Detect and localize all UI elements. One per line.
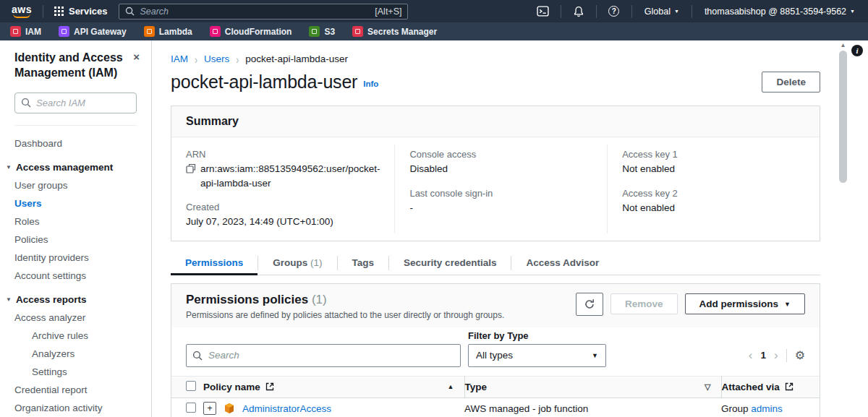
attached-via-header[interactable]: Attached via [722, 382, 780, 392]
favorite-api-gateway[interactable]: API Gateway [59, 26, 127, 37]
global-search-input[interactable] [140, 7, 370, 17]
cloudshell-button[interactable] [532, 5, 554, 17]
console-access-label: Console access [409, 149, 592, 160]
tab-access-advisor[interactable]: Access Advisor [511, 252, 613, 275]
expand-row-button[interactable]: + [203, 402, 216, 415]
sidebar-item-organization-activity[interactable]: Organization activity [0, 399, 151, 417]
favorite-label: CloudFormation [225, 27, 292, 37]
favorite-label: IAM [25, 27, 41, 37]
region-selector[interactable]: Global ▼ [639, 7, 685, 17]
cloudformation-service-icon [210, 26, 221, 37]
sidebar-item-identity-providers[interactable]: Identity providers [0, 249, 151, 267]
policy-search-input[interactable] [186, 344, 461, 367]
table-settings-button[interactable]: ⚙ [795, 350, 805, 361]
created-value: July 07, 2023, 14:49 (UTC+01:00) [186, 215, 380, 229]
sidebar-item-dashboard[interactable]: Dashboard [0, 134, 151, 152]
section-label: Access reports [16, 294, 87, 305]
remove-button[interactable]: Remove [610, 293, 678, 314]
caret-down-icon: ▼ [592, 352, 598, 359]
sidebar-item-users[interactable]: Users [0, 194, 151, 212]
sidebar-item-analyzers[interactable]: Analyzers [0, 345, 151, 363]
favorite-iam[interactable]: IAM [10, 26, 41, 37]
bell-icon [573, 6, 584, 17]
breadcrumb-users[interactable]: Users [204, 53, 229, 64]
favorite-lambda[interactable]: Lambda [144, 26, 192, 37]
select-all-checkbox[interactable] [186, 381, 196, 391]
services-grid-icon [54, 7, 64, 16]
refresh-icon [584, 298, 595, 310]
row-checkbox[interactable] [186, 403, 196, 413]
region-label: Global [644, 7, 671, 17]
type-filter-value: All types [476, 350, 513, 361]
services-label: Services [69, 6, 108, 17]
attached-group-link[interactable]: admins [751, 403, 783, 414]
sidebar-item-archive-rules[interactable]: Archive rules [0, 327, 151, 345]
pagination: ‹ 1 › ⚙ [749, 349, 805, 367]
copy-icon[interactable] [186, 163, 196, 173]
external-link-icon [785, 382, 793, 391]
sidebar-item-policies[interactable]: Policies [0, 231, 151, 249]
help-button[interactable]: ? [603, 6, 625, 17]
sidebar-section-access-management[interactable]: ▼ Access management [0, 158, 151, 176]
divider [631, 5, 632, 18]
vertical-scrollbar[interactable]: ▲ [838, 42, 848, 416]
tab-tags[interactable]: Tags [338, 252, 389, 275]
services-menu-button[interactable]: Services [50, 6, 112, 17]
sort-ascending-icon[interactable]: ▲ [448, 383, 454, 390]
info-panel-button[interactable]: i [851, 45, 863, 56]
created-label: Created [186, 202, 380, 212]
next-page-button[interactable]: › [774, 349, 778, 361]
user-detail-tabs: Permissions Groups (1) Tags Security cre… [171, 252, 820, 275]
last-signin-value: - [409, 201, 592, 215]
caret-down-icon: ▼ [674, 9, 679, 14]
policy-type: AWS managed - job function [464, 403, 588, 414]
managed-policy-icon [224, 403, 235, 414]
favorite-cloudformation[interactable]: CloudFormation [210, 26, 292, 37]
chevron-right-icon: › [195, 52, 197, 66]
divider [692, 5, 692, 18]
top-navigation-bar: aws Services [Alt+S] ? Global ▼ thomasab… [0, 0, 868, 22]
notifications-button[interactable] [568, 6, 590, 17]
sidebar-search-input[interactable] [14, 93, 137, 113]
favorite-s3[interactable]: S3 [309, 26, 335, 37]
tab-security-credentials[interactable]: Security credentials [389, 252, 511, 275]
sidebar-item-account-settings[interactable]: Account settings [0, 267, 151, 285]
tab-permissions[interactable]: Permissions [171, 252, 258, 275]
policy-link[interactable]: AdministratorAccess [242, 403, 331, 414]
scrollbar-up-arrow-icon[interactable]: ▲ [838, 42, 848, 48]
delete-button[interactable]: Delete [762, 72, 820, 93]
account-menu[interactable]: thomasabishop @ 8851-3594-9562 ▼ [699, 7, 861, 17]
favorite-secrets-manager[interactable]: Secrets Manager [352, 26, 437, 37]
aws-smile-icon [13, 14, 30, 18]
type-header[interactable]: Type [465, 382, 488, 392]
current-page-number[interactable]: 1 [760, 350, 766, 361]
caret-down-icon: ▼ [850, 9, 855, 14]
sidebar-item-user-groups[interactable]: User groups [0, 176, 151, 194]
favorite-label: S3 [324, 27, 335, 37]
scrollbar-thumb[interactable] [839, 51, 847, 183]
refresh-button[interactable] [576, 293, 603, 316]
section-label: Access management [16, 162, 113, 173]
sidebar-item-roles[interactable]: Roles [0, 212, 151, 231]
policy-name-header[interactable]: Policy name [203, 382, 260, 392]
aws-logo[interactable]: aws [12, 5, 32, 18]
add-permissions-button[interactable]: Add permissions ▼ [685, 293, 805, 314]
close-icon[interactable]: × [133, 51, 140, 63]
type-filter-dropdown[interactable]: All types ▼ [468, 344, 606, 367]
tab-groups[interactable]: Groups (1) [258, 252, 336, 275]
sidebar-item-settings[interactable]: Settings [0, 363, 151, 381]
search-icon [21, 98, 31, 108]
info-link[interactable]: Info [363, 79, 378, 88]
sidebar-section-access-reports[interactable]: ▼ Access reports [0, 291, 151, 309]
global-search-box[interactable]: [Alt+S] [119, 4, 408, 20]
sidebar-item-access-analyzer[interactable]: Access analyzer [0, 309, 151, 327]
iam-sidebar: Identity and Access Management (IAM) × D… [0, 40, 152, 417]
column-filter-icon[interactable]: ▽ [705, 382, 710, 392]
divider [561, 5, 561, 18]
search-shortcut-hint: [Alt+S] [375, 7, 401, 17]
previous-page-button[interactable]: ‹ [749, 349, 753, 361]
breadcrumb-iam[interactable]: IAM [171, 53, 188, 64]
favorite-label: API Gateway [74, 27, 127, 37]
table-row: + AdministratorAccess AWS managed - job … [171, 397, 820, 417]
sidebar-item-credential-report[interactable]: Credential report [0, 381, 151, 399]
